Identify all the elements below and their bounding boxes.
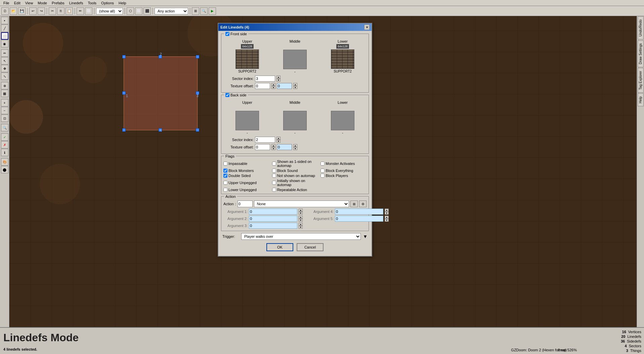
flag-not-automap: Not shown on automap (272, 174, 318, 178)
dialog-body: Front side Upper 64x128 SUPPORT2 Middle (218, 31, 372, 256)
arg2-row: Argument 2: ▲ ▼ (223, 216, 303, 222)
trigger-dropdown[interactable]: Player walks over Player crosses line Pl… (241, 233, 361, 240)
back-sector-label: Sector index: (223, 138, 254, 142)
flag-repeatable-label: Repeatable Action (277, 188, 307, 192)
flags-section: Flags Impassable Shown as 1-sided on aut… (221, 156, 369, 194)
arg4-down[interactable]: ▼ (385, 212, 389, 215)
back-side-checkbox[interactable] (225, 93, 229, 97)
front-offset-y-down[interactable]: ▼ (293, 86, 297, 89)
trigger-dropdown-arrow[interactable]: ▼ (363, 234, 368, 239)
back-side-label: Back side (230, 93, 247, 97)
back-middle-texture-box[interactable] (283, 111, 307, 130)
flag-block-sound-label: Block Sound (277, 169, 298, 173)
back-lower-label: Lower (338, 100, 348, 104)
arg5-input[interactable] (335, 216, 383, 222)
dialog-close-button[interactable]: ✕ (364, 25, 370, 30)
front-side-checkbox[interactable] (225, 32, 229, 36)
front-upper-texture-pattern (236, 50, 259, 69)
front-offset-x-input[interactable] (255, 83, 270, 89)
front-offset-y-up[interactable]: ▲ (293, 83, 297, 86)
front-offset-x-spinner: ▲ ▼ (271, 83, 275, 89)
arg5-down[interactable]: ▼ (385, 219, 389, 222)
action-edit-button[interactable]: ⚙ (359, 201, 367, 207)
front-middle-texture-box[interactable] (283, 50, 307, 69)
arg4-up[interactable]: ▲ (385, 209, 389, 212)
front-offset-x-down[interactable]: ▼ (271, 86, 275, 89)
front-lower-texture-pattern (331, 50, 354, 69)
flag-shown-1sided-cb[interactable] (272, 162, 276, 166)
arg4-input[interactable] (335, 209, 383, 215)
back-sector-input[interactable] (255, 137, 275, 143)
front-middle-label: Middle (290, 39, 300, 43)
flag-not-automap-label: Not shown on automap (277, 174, 315, 178)
arg5-up[interactable]: ▲ (385, 216, 389, 219)
action-row: Action : None ⊞ ⚙ (223, 201, 367, 207)
trigger-row: Trigger: Player walks over Player crosse… (221, 233, 369, 240)
front-upper-texture-name: SUPPORT2 (238, 70, 256, 73)
front-lower-texture-box[interactable] (331, 49, 354, 69)
back-offset-x-up[interactable]: ▲ (271, 144, 275, 147)
front-offset-label: Texture offset: (223, 84, 254, 88)
flag-block-everything-cb[interactable] (320, 169, 325, 173)
back-offset-y-input[interactable] (277, 144, 292, 150)
front-upper-col: Upper 64x128 SUPPORT2 (234, 39, 261, 74)
arg3-row: Argument 3: ▲ ▼ (223, 223, 303, 229)
back-side-checkbox-area: Back side (224, 93, 248, 97)
back-lower-texture-box[interactable] (331, 111, 354, 130)
flag-initially-shown-cb[interactable] (272, 181, 276, 185)
front-lower-texture-name: SUPPORT2 (334, 70, 352, 73)
flag-monster-activates-cb[interactable] (320, 162, 325, 166)
front-middle-col: Middle - (282, 39, 308, 74)
front-upper-texture-box[interactable] (235, 49, 259, 69)
flag-lower-unpegged-cb[interactable] (223, 188, 227, 192)
flag-upper-unpegged-cb[interactable] (223, 181, 227, 185)
flag-block-monsters-cb[interactable] (223, 169, 227, 173)
flag-monster-activates: Monster Activates (320, 160, 367, 168)
arg1-input[interactable] (249, 209, 297, 215)
flag-impassable-cb[interactable] (223, 162, 227, 166)
front-sector-row: Sector index: ▲ ▼ (223, 76, 367, 82)
back-offset-y-spinner: ▲ ▼ (293, 144, 297, 150)
back-sector-up[interactable]: ▲ (276, 137, 281, 140)
ok-button[interactable]: OK (266, 243, 293, 251)
arg3-up[interactable]: ▲ (299, 223, 303, 226)
arg4-spinner: ▲ ▼ (385, 209, 389, 215)
back-upper-texture-box[interactable] (235, 111, 259, 130)
front-offset-y-input[interactable] (277, 83, 292, 89)
back-sector-down[interactable]: ▼ (276, 140, 281, 143)
flag-double-sided-cb[interactable] (223, 174, 227, 178)
arg3-down[interactable]: ▼ (299, 226, 303, 229)
arg3-input[interactable] (249, 223, 297, 229)
action-name-dropdown[interactable]: None (254, 201, 349, 207)
flag-block-sound-cb[interactable] (272, 169, 276, 173)
back-offset-x-spinner: ▲ ▼ (271, 144, 275, 150)
front-sector-down[interactable]: ▼ (276, 79, 281, 82)
back-sector-spinner: ▲ ▼ (276, 137, 281, 143)
back-offset-x-down[interactable]: ▼ (271, 147, 275, 150)
cancel-button[interactable]: Cancel (297, 243, 324, 251)
flag-block-players-cb[interactable] (320, 174, 325, 178)
front-offset-row: Texture offset: ▲ ▼ ▲ ▼ (223, 83, 367, 89)
arg2-input[interactable] (249, 216, 297, 222)
front-offset-x-up[interactable]: ▲ (271, 83, 275, 86)
arg3-label: Argument 3: (223, 224, 248, 228)
flag-lower-unpegged-label: Lower Unpegged (228, 188, 257, 192)
flag-not-automap-cb[interactable] (272, 174, 276, 178)
front-side-label: Front side (230, 32, 247, 36)
front-sector-input[interactable] (255, 76, 275, 82)
back-upper-label: Upper (242, 100, 252, 104)
back-offset-x-input[interactable] (255, 144, 270, 150)
back-offset-y-up[interactable]: ▲ (293, 144, 297, 147)
flag-repeatable-cb[interactable] (272, 188, 276, 192)
arg1-down[interactable]: ▼ (299, 212, 303, 215)
back-lower-col: Lower - (329, 100, 356, 135)
arg2-down[interactable]: ▼ (299, 219, 303, 222)
back-offset-y-down[interactable]: ▼ (293, 147, 297, 150)
action-browse-button[interactable]: ⊞ (350, 201, 358, 207)
front-sector-up[interactable]: ▲ (276, 76, 281, 79)
front-texture-grid: Upper 64x128 SUPPORT2 Middle - Lower (223, 39, 367, 74)
back-sector-row: Sector index: ▲ ▼ (223, 137, 367, 143)
arg2-up[interactable]: ▲ (299, 216, 303, 219)
arg1-up[interactable]: ▲ (299, 209, 303, 212)
action-number-input[interactable] (238, 201, 253, 207)
